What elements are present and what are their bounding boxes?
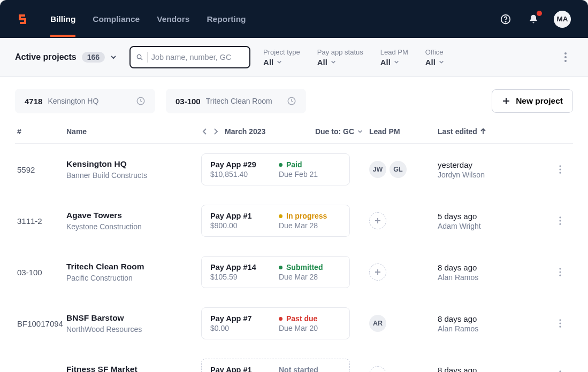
last-edited-label: Last edited <box>438 127 477 136</box>
pay-app-card[interactable]: Pay App #14 $105.59 Submitted Due Mar 28 <box>201 256 350 288</box>
pay-app-due: Due Mar 20 <box>279 324 341 332</box>
quick-project-card[interactable]: 4718 Kensington HQ <box>15 89 155 113</box>
svg-point-4 <box>564 52 567 55</box>
active-projects-count: 166 <box>82 52 105 63</box>
edited-who: Alan Ramos <box>438 324 478 333</box>
cell-number: BF10017094 <box>17 319 66 328</box>
edited-when: yesterday <box>438 160 485 169</box>
svg-point-5 <box>564 56 567 58</box>
month-next-icon[interactable] <box>212 127 219 136</box>
column-lead-pm[interactable]: Lead PM <box>369 127 438 136</box>
notification-badge <box>537 11 542 16</box>
pm-avatar[interactable]: JW <box>369 161 386 178</box>
nav-link-compliance[interactable]: Compliance <box>93 2 140 37</box>
svg-point-10 <box>559 168 561 170</box>
add-pm-button[interactable] <box>369 212 386 229</box>
filter-label: Pay app status <box>317 48 363 56</box>
pay-app-name: Pay App #1 <box>210 212 279 220</box>
table-row: 5592 Kensington HQ Banner Build Construc… <box>15 144 573 195</box>
pay-app-status: Submitted <box>279 263 341 272</box>
pm-avatar[interactable]: GL <box>390 161 407 178</box>
column-number[interactable]: # <box>17 127 66 136</box>
edited-when: 8 days ago <box>438 314 478 323</box>
cell-name[interactable]: BNSF Barstow NorthWood Resources <box>66 313 201 334</box>
filter-value: All <box>425 58 436 67</box>
row-more-menu[interactable] <box>549 268 571 276</box>
projects-table: # Name March 2023 Due to: GC Lead PM Las… <box>0 120 588 372</box>
cell-number: 5592 <box>17 165 66 174</box>
svg-point-18 <box>559 319 561 321</box>
due-to-label: Due to: GC <box>315 127 354 136</box>
filter-project-type[interactable]: Project type All <box>263 48 300 67</box>
add-pm-button[interactable] <box>369 366 386 372</box>
project-name: BNSF Barstow <box>66 313 201 323</box>
pay-app-card[interactable]: Pay App #29 $10,851.40 Paid Due Feb 21 <box>201 153 350 185</box>
notifications-icon[interactable] <box>526 12 541 27</box>
pay-app-amount: $900.00 <box>210 221 279 230</box>
cell-last-edited: 8 days ago Jordyn Wilson <box>438 366 549 373</box>
lead-pm-cell <box>369 212 438 229</box>
chevron-down-icon <box>110 54 117 60</box>
filter-label: Office <box>425 48 444 56</box>
pay-app-amount: $105.59 <box>210 273 279 281</box>
filter-bar: Active projects 166 Project type All Pay… <box>0 38 588 77</box>
pay-app-card[interactable]: Pay App #7 $0.00 Past due Due Mar 20 <box>201 307 350 339</box>
search-input[interactable] <box>151 53 244 61</box>
filter-lead-pm[interactable]: Lead PM All <box>380 48 408 67</box>
column-last-edited[interactable]: Last edited <box>438 127 549 136</box>
top-navigation: BillingComplianceVendorsReporting MA <box>0 0 588 38</box>
pay-app-amount: $10,851.40 <box>210 170 279 179</box>
nav-link-billing[interactable]: Billing <box>50 2 75 37</box>
filter-label: Lead PM <box>380 48 408 56</box>
pay-app-name: Pay App #29 <box>210 160 279 169</box>
cell-number: 3513 <box>17 370 66 373</box>
due-to-dropdown[interactable]: Due to: GC <box>315 127 363 136</box>
month-prev-icon[interactable] <box>201 127 209 136</box>
chevron-down-icon <box>394 59 399 65</box>
edited-who: Adam Wright <box>438 222 481 230</box>
filter-more-menu[interactable] <box>558 48 573 67</box>
user-avatar[interactable]: MA <box>554 11 571 28</box>
pay-app-status: In progress <box>279 212 341 220</box>
quick-project-number: 03-100 <box>175 97 201 106</box>
cell-name[interactable]: Agave Towers Keystone Construction <box>66 211 201 231</box>
pay-app-name: Pay App #1 <box>210 366 279 372</box>
cell-name[interactable]: Fitness SF Market Silver Creek Custom <box>66 365 201 372</box>
project-name: Kensington HQ <box>66 159 201 169</box>
svg-point-12 <box>559 216 561 218</box>
table-header: # Name March 2023 Due to: GC Lead PM Las… <box>15 120 573 144</box>
plus-icon <box>502 97 510 105</box>
filter-pay-app-status[interactable]: Pay app status All <box>317 48 363 67</box>
cell-number: 03-100 <box>17 268 66 277</box>
new-project-button[interactable]: New project <box>492 89 573 113</box>
filter-office[interactable]: Office All <box>425 48 444 67</box>
pay-app-card[interactable]: Pay App #1 $0.00 Not started Due Mar 28 <box>201 359 350 372</box>
svg-point-1 <box>505 21 506 21</box>
row-more-menu[interactable] <box>549 319 571 328</box>
pay-app-status: Not started <box>279 366 341 372</box>
project-subtitle: Pacific Construction <box>66 274 201 282</box>
cell-last-edited: 8 days ago Alan Ramos <box>438 314 549 333</box>
search-box[interactable] <box>129 46 250 68</box>
add-pm-button[interactable] <box>369 264 386 281</box>
pm-avatar[interactable]: AR <box>369 315 386 332</box>
help-icon[interactable] <box>498 12 513 27</box>
cell-last-edited: 8 days ago Alan Ramos <box>438 263 549 282</box>
table-row: 3513 Fitness SF Market Silver Creek Cust… <box>15 349 573 372</box>
edited-when: 8 days ago <box>438 263 478 272</box>
column-name[interactable]: Name <box>66 127 201 136</box>
row-more-menu[interactable] <box>549 216 571 225</box>
nav-link-vendors[interactable]: Vendors <box>157 2 189 37</box>
svg-point-19 <box>559 322 561 324</box>
cell-name[interactable]: Tritech Clean Room Pacific Construction <box>66 262 201 282</box>
cell-name[interactable]: Kensington HQ Banner Build Constructs <box>66 159 201 180</box>
quick-project-card[interactable]: 03-100 Tritech Clean Room <box>166 89 306 113</box>
pay-app-card[interactable]: Pay App #1 $900.00 In progress Due Mar 2… <box>201 205 350 237</box>
svg-point-6 <box>564 60 567 62</box>
svg-point-2 <box>137 55 141 58</box>
nav-link-reporting[interactable]: Reporting <box>207 2 246 37</box>
active-projects-dropdown[interactable]: Active projects 166 <box>15 52 117 63</box>
row-more-menu[interactable] <box>549 165 571 174</box>
table-row: BF10017094 BNSF Barstow NorthWood Resour… <box>15 298 573 349</box>
lead-pm-cell: JWGL <box>369 161 438 178</box>
